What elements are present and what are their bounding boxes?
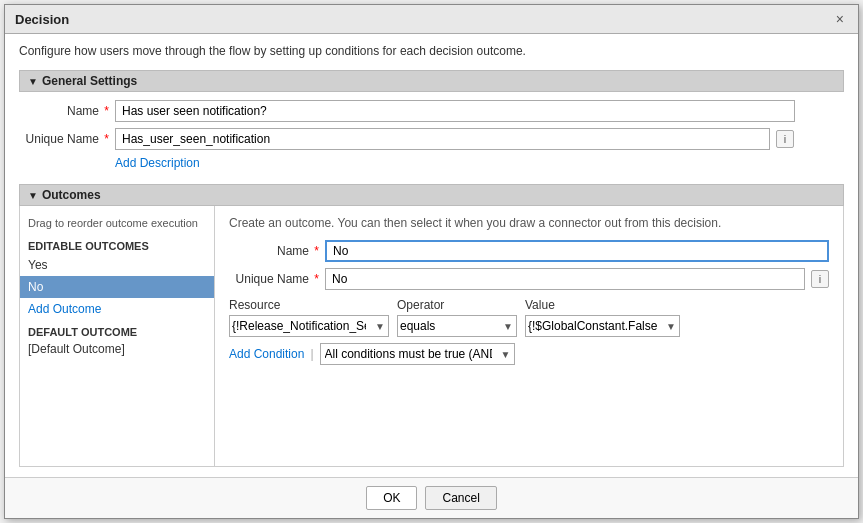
outcome-yes-item[interactable]: Yes [20, 254, 214, 276]
all-conditions-select-wrapper: All conditions must be true (AND) Any co… [320, 343, 515, 365]
default-outcome-item[interactable]: [Default Outcome] [20, 340, 214, 358]
resource-select[interactable]: {!Release_Notification_Seen} [229, 315, 389, 337]
outcomes-section: ▼ Outcomes Drag to reorder outcome execu… [19, 184, 844, 467]
dialog-close-button[interactable]: × [832, 11, 848, 27]
decision-dialog: Decision × Configure how users move thro… [4, 4, 859, 519]
outcome-unique-name-row: Unique Name * i [229, 268, 829, 290]
name-required: * [104, 104, 109, 118]
all-conditions-select[interactable]: All conditions must be true (AND) Any co… [320, 343, 515, 365]
outcome-unique-name-required: * [314, 272, 319, 286]
general-settings-section: ▼ General Settings Name * Unique Name * [19, 70, 844, 174]
condition-headers-row: Resource {!Release_Notification_Seen} ▼ … [229, 298, 829, 337]
dialog-title: Decision [15, 12, 69, 27]
unique-name-field-row: Unique Name * i [19, 128, 844, 150]
general-settings-body: Name * Unique Name * i Add Description [19, 92, 844, 174]
outcomes-header: ▼ Outcomes [19, 184, 844, 206]
name-field-row: Name * [19, 100, 844, 122]
name-input[interactable] [115, 100, 795, 122]
outcomes-body: Drag to reorder outcome execution EDITAB… [19, 206, 844, 467]
cancel-button[interactable]: Cancel [425, 486, 496, 510]
general-settings-triangle: ▼ [28, 76, 38, 87]
editable-outcomes-label: EDITABLE OUTCOMES [20, 238, 214, 254]
value-col: Value {!$GlobalConstant.False} ▼ [525, 298, 680, 337]
value-select[interactable]: {!$GlobalConstant.False} [525, 315, 680, 337]
unique-name-required: * [104, 132, 109, 146]
outcomes-label: Outcomes [42, 188, 101, 202]
add-description-link[interactable]: Add Description [115, 156, 844, 170]
outcomes-left-panel: Drag to reorder outcome execution EDITAB… [20, 206, 215, 466]
dialog-body: Configure how users move through the flo… [5, 34, 858, 477]
unique-name-label: Unique Name * [19, 132, 109, 146]
ok-button[interactable]: OK [366, 486, 417, 510]
value-select-wrapper: {!$GlobalConstant.False} ▼ [525, 315, 680, 337]
outcome-name-required: * [314, 244, 319, 258]
add-outcome-link[interactable]: Add Outcome [20, 298, 214, 320]
unique-name-input[interactable] [115, 128, 770, 150]
operator-select-wrapper: equals ▼ [397, 315, 517, 337]
pipe-separator: | [310, 347, 313, 361]
outcome-name-row: Name * [229, 240, 829, 262]
operator-select[interactable]: equals [397, 315, 517, 337]
general-settings-header: ▼ General Settings [19, 70, 844, 92]
outcome-no-item[interactable]: No [20, 276, 214, 298]
operator-label: Operator [397, 298, 517, 312]
outcomes-triangle: ▼ [28, 190, 38, 201]
name-label: Name * [19, 104, 109, 118]
dialog-titlebar: Decision × [5, 5, 858, 34]
outcome-name-input[interactable] [325, 240, 829, 262]
dialog-footer: OK Cancel [5, 477, 858, 518]
value-label: Value [525, 298, 680, 312]
outcome-unique-name-input[interactable] [325, 268, 805, 290]
outcomes-right-desc: Create an outcome. You can then select i… [229, 216, 829, 230]
add-condition-link[interactable]: Add Condition [229, 347, 304, 361]
outcome-unique-name-label: Unique Name * [229, 272, 319, 286]
outcome-unique-name-info-button[interactable]: i [811, 270, 829, 288]
dialog-description: Configure how users move through the flo… [19, 44, 844, 58]
resource-select-wrapper: {!Release_Notification_Seen} ▼ [229, 315, 389, 337]
unique-name-info-button[interactable]: i [776, 130, 794, 148]
add-condition-row: Add Condition | All conditions must be t… [229, 343, 829, 365]
outcomes-right-panel: Create an outcome. You can then select i… [215, 206, 843, 466]
default-outcome-label: DEFAULT OUTCOME [20, 320, 214, 340]
operator-col: Operator equals ▼ [397, 298, 517, 337]
general-settings-label: General Settings [42, 74, 137, 88]
outcome-name-label: Name * [229, 244, 319, 258]
resource-label: Resource [229, 298, 389, 312]
resource-col: Resource {!Release_Notification_Seen} ▼ [229, 298, 389, 337]
outcomes-drag-desc: Drag to reorder outcome execution [20, 212, 214, 238]
